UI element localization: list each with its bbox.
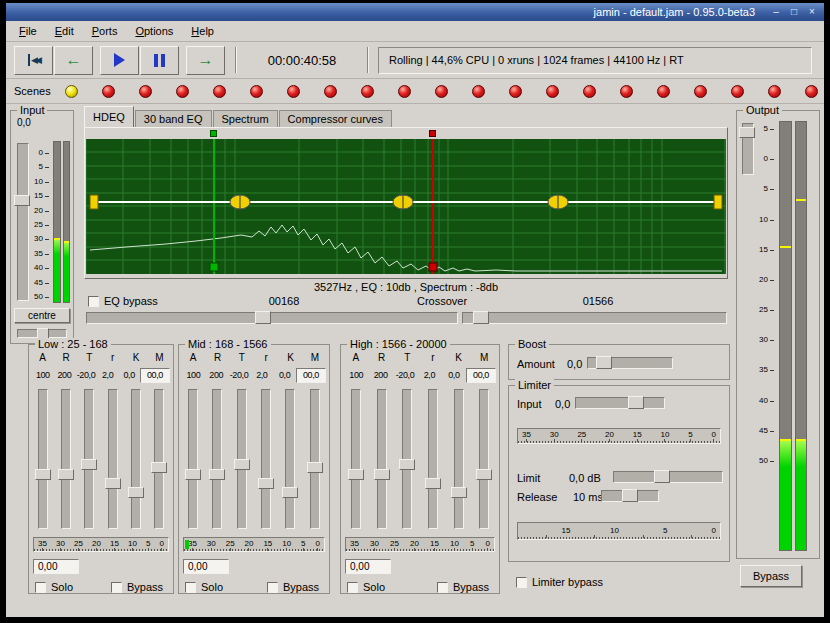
release-slider[interactable] xyxy=(601,490,659,502)
checkbox-icon[interactable] xyxy=(185,582,196,593)
scene-led[interactable] xyxy=(435,85,448,98)
knee-slider[interactable] xyxy=(131,389,141,529)
tab-compressor-curves[interactable]: Compressor curves xyxy=(279,110,392,127)
eq-handle-2[interactable] xyxy=(393,195,413,209)
minimize-button[interactable]: – xyxy=(769,5,783,19)
pause-button[interactable] xyxy=(140,46,179,75)
ratio-slider[interactable] xyxy=(261,389,271,529)
slider-handle[interactable] xyxy=(348,469,364,480)
makeup-slider[interactable] xyxy=(154,389,164,529)
attack-slider[interactable] xyxy=(188,389,198,529)
ratio-slider[interactable] xyxy=(428,389,438,529)
boost-amount-slider[interactable] xyxy=(587,357,673,369)
scene-led[interactable] xyxy=(546,85,559,98)
eq-handle-3[interactable] xyxy=(548,195,568,209)
slider-handle[interactable] xyxy=(81,459,97,470)
release-slider-handle[interactable] xyxy=(622,489,638,502)
output-gain-slider-handle[interactable] xyxy=(739,127,755,138)
slider-handle[interactable] xyxy=(307,462,323,473)
centre-button[interactable]: centre xyxy=(14,308,70,323)
checkbox-icon[interactable] xyxy=(347,582,358,593)
checkbox-icon[interactable] xyxy=(35,582,46,593)
solo-checkbox[interactable]: Solo xyxy=(185,581,223,593)
threshold-slider[interactable] xyxy=(237,389,247,529)
boost-slider-handle[interactable] xyxy=(596,356,612,369)
threshold-slider[interactable] xyxy=(402,389,412,529)
slider-handle[interactable] xyxy=(128,487,144,498)
limiter-bypass-checkbox[interactable]: Limiter bypass xyxy=(516,576,603,588)
slider-handle[interactable] xyxy=(399,459,415,470)
limit-slider[interactable] xyxy=(613,471,723,483)
scene-led[interactable] xyxy=(213,85,226,98)
titlebar[interactable]: jamin - default.jam - 0.95.0-beta3 – □ × xyxy=(6,3,824,21)
slider-handle[interactable] xyxy=(209,469,225,480)
scene-led[interactable] xyxy=(139,85,152,98)
hdeq-graph-panel[interactable] xyxy=(84,127,728,279)
makeup-slider[interactable] xyxy=(310,389,320,529)
scene-led[interactable] xyxy=(287,85,300,98)
scene-led[interactable] xyxy=(731,85,744,98)
crossover-high-top-handle[interactable] xyxy=(429,130,436,137)
rewind-button[interactable]: ← xyxy=(54,46,93,75)
slider-handle[interactable] xyxy=(451,487,467,498)
slider-handle[interactable] xyxy=(58,469,74,480)
ratio-slider[interactable] xyxy=(108,389,118,529)
scene-led[interactable] xyxy=(620,85,633,98)
checkbox-icon[interactable] xyxy=(516,577,527,588)
crossover-high-bottom-handle[interactable] xyxy=(429,263,437,271)
close-button[interactable]: × xyxy=(805,5,819,19)
menu-item[interactable]: Options xyxy=(126,22,182,40)
tab-30-band-eq[interactable]: 30 band EQ xyxy=(135,110,212,127)
slider-handle[interactable] xyxy=(105,478,121,489)
scene-led[interactable] xyxy=(472,85,485,98)
slider-handle[interactable] xyxy=(185,469,201,480)
play-button[interactable] xyxy=(100,46,139,75)
limit-slider-handle[interactable] xyxy=(654,470,670,483)
scene-led-active[interactable] xyxy=(65,85,78,98)
slider-handle[interactable] xyxy=(282,487,298,498)
compressor-bypass-checkbox[interactable]: Bypass xyxy=(111,581,163,593)
menu-item[interactable]: File xyxy=(10,22,46,40)
scene-led[interactable] xyxy=(583,85,596,98)
scene-led[interactable] xyxy=(324,85,337,98)
knee-slider[interactable] xyxy=(454,389,464,529)
compressor-bypass-checkbox[interactable]: Bypass xyxy=(437,581,489,593)
scene-led[interactable] xyxy=(509,85,522,98)
scene-led[interactable] xyxy=(361,85,374,98)
eq-handle-right-edge[interactable] xyxy=(714,195,722,209)
solo-checkbox[interactable]: Solo xyxy=(35,581,73,593)
maximize-button[interactable]: □ xyxy=(787,5,801,19)
release-slider[interactable] xyxy=(377,389,387,529)
skip-to-start-button[interactable]: ◀◀ xyxy=(14,46,53,75)
compressor-bypass-checkbox[interactable]: Bypass xyxy=(267,581,319,593)
scene-led[interactable] xyxy=(102,85,115,98)
checkbox-icon[interactable] xyxy=(267,582,278,593)
slider-handle[interactable] xyxy=(35,469,51,480)
limiter-input-slider[interactable] xyxy=(575,397,665,409)
hdeq-graph-svg[interactable] xyxy=(86,139,726,274)
crossover-low-slider-handle[interactable] xyxy=(255,311,271,324)
checkbox-icon[interactable] xyxy=(111,582,122,593)
crossover-low-top-handle[interactable] xyxy=(210,130,217,137)
checkbox-icon[interactable] xyxy=(88,296,99,307)
scene-led[interactable] xyxy=(250,85,263,98)
slider-handle[interactable] xyxy=(151,462,167,473)
tab-spectrum[interactable]: Spectrum xyxy=(213,110,278,127)
slider-handle[interactable] xyxy=(234,459,250,470)
threshold-slider[interactable] xyxy=(84,389,94,529)
crossover-low-bottom-handle[interactable] xyxy=(210,263,218,271)
checkbox-icon[interactable] xyxy=(437,582,448,593)
balance-slider[interactable] xyxy=(17,329,67,338)
eq-bypass-checkbox[interactable]: EQ bypass xyxy=(88,295,158,307)
menu-item[interactable]: Ports xyxy=(83,22,127,40)
scene-led[interactable] xyxy=(694,85,707,98)
knee-slider[interactable] xyxy=(285,389,295,529)
menu-item[interactable]: Edit xyxy=(46,22,83,40)
slider-handle[interactable] xyxy=(476,469,492,480)
scene-led[interactable] xyxy=(805,85,818,98)
slider-handle[interactable] xyxy=(374,469,390,480)
attack-slider[interactable] xyxy=(38,389,48,529)
output-gain-slider[interactable] xyxy=(742,123,754,175)
eq-handle-1[interactable] xyxy=(230,195,250,209)
output-bypass-button[interactable]: Bypass xyxy=(740,565,802,587)
